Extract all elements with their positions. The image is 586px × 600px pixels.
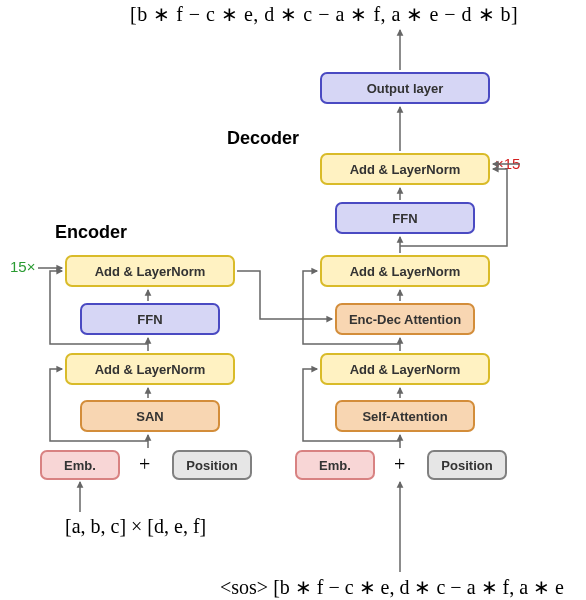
- output-layer: Output layer: [320, 72, 490, 104]
- encoder-addnorm-1: Add & LayerNorm: [65, 353, 235, 385]
- decoder-position: Position: [427, 450, 507, 480]
- decoder-repeat-count: ×15: [495, 155, 520, 172]
- decoder-embedding: Emb.: [295, 450, 375, 480]
- decoder-plus-icon: +: [394, 453, 405, 476]
- encoder-plus-icon: +: [139, 453, 150, 476]
- diagram-wiring: [0, 0, 586, 600]
- decoder-input-expression: <sos> [b ∗ f − c ∗ e, d ∗ c − a ∗ f, a ∗…: [220, 575, 564, 599]
- encoder-san: SAN: [80, 400, 220, 432]
- decoder-ffn: FFN: [335, 202, 475, 234]
- output-expression: [b ∗ f − c ∗ e, d ∗ c − a ∗ f, a ∗ e − d…: [130, 2, 518, 26]
- decoder-addnorm-1: Add & LayerNorm: [320, 353, 490, 385]
- encoder-input-expression: [a, b, c] × [d, e, f]: [65, 515, 206, 538]
- decoder-heading: Decoder: [227, 128, 299, 149]
- decoder-encdec-attention: Enc-Dec Attention: [335, 303, 475, 335]
- encoder-repeat-count: 15×: [10, 258, 35, 275]
- encoder-addnorm-2: Add & LayerNorm: [65, 255, 235, 287]
- encoder-heading: Encoder: [55, 222, 127, 243]
- encoder-ffn: FFN: [80, 303, 220, 335]
- decoder-addnorm-2: Add & LayerNorm: [320, 255, 490, 287]
- decoder-self-attention: Self-Attention: [335, 400, 475, 432]
- encoder-embedding: Emb.: [40, 450, 120, 480]
- decoder-addnorm-3: Add & LayerNorm: [320, 153, 490, 185]
- encoder-position: Position: [172, 450, 252, 480]
